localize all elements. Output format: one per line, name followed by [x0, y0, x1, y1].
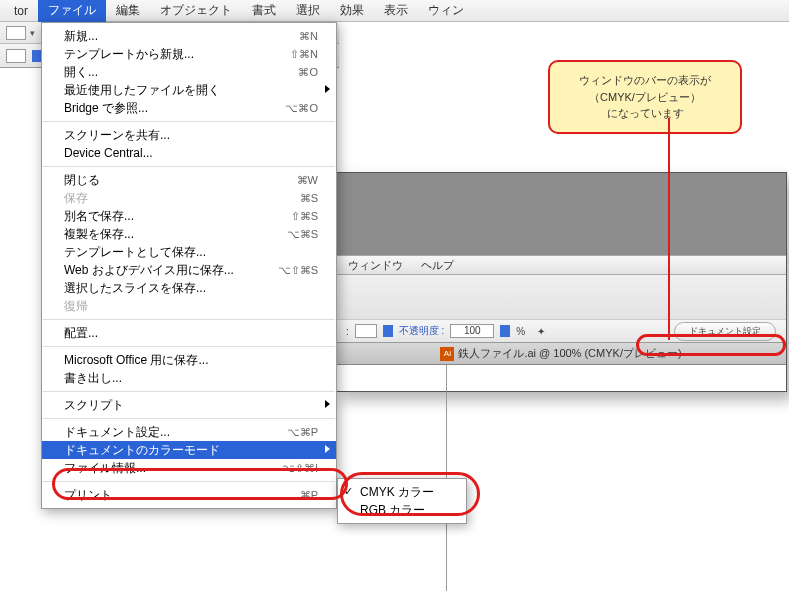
- callout-line-3: になっています: [558, 105, 732, 122]
- tool-icon[interactable]: [6, 26, 26, 40]
- menu-item-scripts[interactable]: スクリプト: [42, 396, 336, 414]
- menu-window-fragment[interactable]: ウィン: [418, 0, 474, 22]
- menu-item-print[interactable]: プリント...⌘P: [42, 486, 336, 504]
- chevron-right-icon: [325, 445, 330, 453]
- canvas-area[interactable]: [336, 365, 786, 391]
- submenu-item-rgb[interactable]: RGB カラー: [338, 501, 466, 519]
- menu-item-save-selected-slices[interactable]: 選択したスライスを保存...: [42, 279, 336, 297]
- menu-item-browse-bridge[interactable]: Bridge で参照...⌥⌘O: [42, 99, 336, 117]
- menu-item-document-setup[interactable]: ドキュメント設定...⌥⌘P: [42, 423, 336, 441]
- menu-item-device-central[interactable]: Device Central...: [42, 144, 336, 162]
- menu-separator: [43, 319, 335, 320]
- menu-item-save-copy[interactable]: 複製を保存...⌥⌘S: [42, 225, 336, 243]
- opacity-stepper-icon[interactable]: [500, 325, 510, 337]
- menu-item-document-color-mode[interactable]: ドキュメントのカラーモード: [42, 441, 336, 459]
- submenu-item-cmyk[interactable]: ✓ CMYK カラー: [338, 483, 466, 501]
- menu-effect[interactable]: 効果: [330, 0, 374, 22]
- menu-separator: [43, 166, 335, 167]
- menu-item-export[interactable]: 書き出し...: [42, 369, 336, 387]
- app-name-fragment: tor: [4, 1, 38, 21]
- document-window: ウィンドウ ヘルプ : 不透明度 : 100 % ✦ ドキュメント設定 Ai 鉄…: [335, 172, 787, 392]
- menu-separator: [43, 346, 335, 347]
- opacity-dd-icon[interactable]: [383, 325, 393, 337]
- menu-view[interactable]: 表示: [374, 0, 418, 22]
- menu-item-share-screen[interactable]: スクリーンを共有...: [42, 126, 336, 144]
- doc-toolbar: [336, 275, 786, 323]
- options-caret[interactable]: :: [346, 326, 349, 337]
- app-menubar: tor ファイル 編集 オブジェクト 書式 選択 効果 表示 ウィン: [0, 0, 789, 22]
- menu-item-place[interactable]: 配置...: [42, 324, 336, 342]
- menu-object[interactable]: オブジェクト: [150, 0, 242, 22]
- menu-item-save: 保存⌘S: [42, 189, 336, 207]
- menu-separator: [43, 391, 335, 392]
- menu-item-new-from-template[interactable]: テンプレートから新規...⇧⌘N: [42, 45, 336, 63]
- menu-separator: [43, 121, 335, 122]
- doc-menu-help[interactable]: ヘルプ: [421, 258, 454, 273]
- menu-item-save-for-web[interactable]: Web およびデバイス用に保存...⌥⇧⌘S: [42, 261, 336, 279]
- doc-menu-window[interactable]: ウィンドウ: [348, 258, 403, 273]
- doc-options-bar: : 不透明度 : 100 % ✦ ドキュメント設定: [336, 319, 786, 343]
- callout-connector: [668, 118, 670, 340]
- menu-separator: [43, 481, 335, 482]
- opacity-input[interactable]: 100: [450, 324, 494, 338]
- opacity-label[interactable]: 不透明度 :: [399, 324, 445, 338]
- menu-separator: [43, 418, 335, 419]
- menu-file[interactable]: ファイル: [38, 0, 106, 22]
- menu-item-save-for-office[interactable]: Microsoft Office 用に保存...: [42, 351, 336, 369]
- menu-item-new[interactable]: 新規...⌘N: [42, 27, 336, 45]
- document-tab-title[interactable]: 鉄人ファイル.ai @ 100% (CMYK/プレビュー): [458, 346, 681, 361]
- menu-item-revert: 復帰: [42, 297, 336, 315]
- menu-item-open-recent[interactable]: 最近使用したファイルを開く: [42, 81, 336, 99]
- document-tab-bar: Ai 鉄人ファイル.ai @ 100% (CMYK/プレビュー): [336, 343, 786, 365]
- menu-edit[interactable]: 編集: [106, 0, 150, 22]
- ai-file-icon: Ai: [440, 347, 454, 361]
- callout-line-1: ウィンドウのバーの表示が: [558, 72, 732, 89]
- fill-swatch[interactable]: [6, 49, 26, 63]
- file-menu-dropdown: 新規...⌘N テンプレートから新規...⇧⌘N 開く...⌘O 最近使用したフ…: [41, 22, 337, 509]
- opacity-swatch[interactable]: [355, 324, 377, 338]
- menu-type[interactable]: 書式: [242, 0, 286, 22]
- document-settings-button[interactable]: ドキュメント設定: [674, 322, 776, 341]
- annotation-callout: ウィンドウのバーの表示が （CMYK/プレビュー） になっています: [548, 60, 742, 134]
- color-mode-submenu: ✓ CMYK カラー RGB カラー: [337, 478, 467, 524]
- wand-icon[interactable]: ✦: [537, 326, 545, 337]
- menu-item-close[interactable]: 閉じる⌘W: [42, 171, 336, 189]
- menu-item-file-info[interactable]: ファイル情報...⌥⇧⌘I: [42, 459, 336, 477]
- chevron-down-icon[interactable]: ▾: [30, 28, 35, 38]
- checkmark-icon: ✓: [344, 485, 353, 498]
- chevron-right-icon: [325, 85, 330, 93]
- menu-item-open[interactable]: 開く...⌘O: [42, 63, 336, 81]
- chevron-right-icon: [325, 400, 330, 408]
- doc-menubar: ウィンドウ ヘルプ: [336, 255, 786, 275]
- menu-item-save-as[interactable]: 別名で保存...⇧⌘S: [42, 207, 336, 225]
- menu-item-save-as-template[interactable]: テンプレートとして保存...: [42, 243, 336, 261]
- callout-line-2: （CMYK/プレビュー）: [558, 89, 732, 106]
- percent-label: %: [516, 326, 525, 337]
- menu-select[interactable]: 選択: [286, 0, 330, 22]
